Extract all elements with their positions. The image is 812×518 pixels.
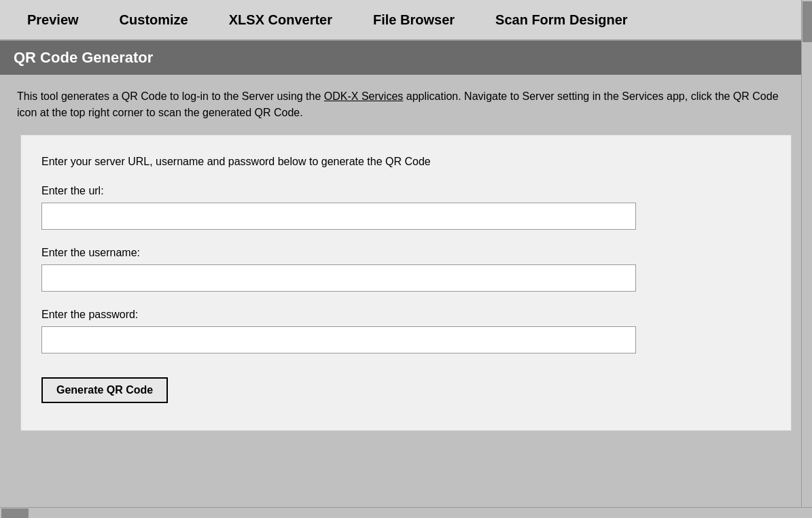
scrollbar-bottom[interactable] — [0, 507, 812, 518]
username-label: Enter the username: — [41, 247, 771, 259]
page-title-bar: QR Code Generator — [0, 41, 812, 75]
description-paragraph: This tool generates a QR Code to log-in … — [17, 88, 795, 121]
navigation-bar: Preview Customize XLSX Converter File Br… — [0, 0, 812, 41]
nav-item-customize[interactable]: Customize — [99, 12, 209, 28]
url-input[interactable] — [41, 203, 636, 230]
nav-item-preview[interactable]: Preview — [7, 12, 99, 28]
password-input[interactable] — [41, 326, 636, 353]
description-text-part1: This tool generates a QR Code to log-in … — [17, 90, 324, 102]
form-intro-text: Enter your server URL, username and pass… — [41, 156, 771, 168]
nav-item-scan-form-designer[interactable]: Scan Form Designer — [475, 12, 648, 28]
page-title: QR Code Generator — [14, 49, 153, 67]
scrollbar-right[interactable] — [801, 0, 812, 518]
url-label: Enter the url: — [41, 185, 771, 197]
nav-item-xlsx-converter[interactable]: XLSX Converter — [209, 12, 353, 28]
scrollbar-bottom-thumb[interactable] — [1, 508, 29, 518]
form-container: Enter your server URL, username and pass… — [20, 135, 792, 431]
username-input[interactable] — [41, 264, 636, 292]
password-label: Enter the password: — [41, 309, 771, 321]
odk-x-services-link[interactable]: ODK-X Services — [324, 90, 403, 102]
generate-qr-code-button[interactable]: Generate QR Code — [41, 377, 168, 403]
nav-item-file-browser[interactable]: File Browser — [353, 12, 475, 28]
content-area: This tool generates a QR Code to log-in … — [0, 75, 812, 445]
scrollbar-thumb[interactable] — [802, 1, 812, 42]
